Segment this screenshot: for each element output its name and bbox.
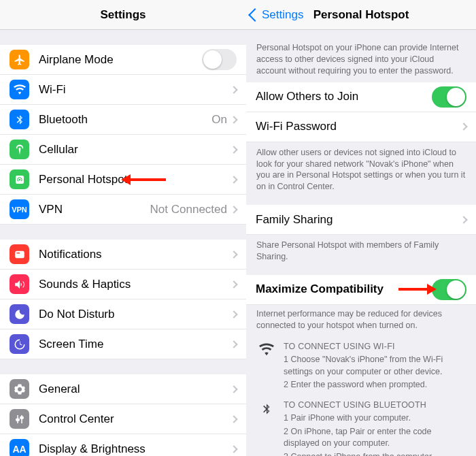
bluetooth-icon <box>256 400 277 456</box>
chevron-right-icon <box>230 280 237 288</box>
settings-row-vpn[interactable]: VPNVPNNot Connected <box>0 195 246 225</box>
row-label: Wi-Fi <box>39 83 231 97</box>
svg-rect-1 <box>16 253 20 254</box>
hotspot-pane: Settings Personal Hotspot Personal Hotsp… <box>246 0 476 456</box>
row-label: Cellular <box>39 143 231 157</box>
chevron-right-icon <box>460 123 467 130</box>
instruction-bluetooth: TO CONNECT USING BLUETOOTH1 Pair iPhone … <box>246 395 476 456</box>
instruction-title: TO CONNECT USING WI-FI <box>284 341 466 353</box>
row-label: Control Center <box>39 412 231 426</box>
airplane-icon <box>10 50 29 69</box>
allow-others-row[interactable]: Allow Others to Join <box>246 82 476 112</box>
row-label: Bluetooth <box>39 113 211 127</box>
svg-rect-0 <box>15 250 24 258</box>
chevron-right-icon <box>230 116 237 123</box>
chevron-right-icon <box>230 250 237 258</box>
chevron-right-icon <box>230 176 237 183</box>
chevron-right-icon <box>230 445 237 453</box>
settings-title: Settings <box>0 8 246 22</box>
row-label: VPN <box>39 203 150 216</box>
instruction-step: 1 Choose "Novak's iPhone" from the Wi-Fi… <box>284 354 466 378</box>
hotspot-icon <box>10 169 29 189</box>
chevron-right-icon <box>230 385 237 393</box>
instruction-step: 3 Connect to iPhone from the computer. <box>284 451 466 456</box>
airplane-switch[interactable] <box>202 49 237 70</box>
settings-row-cellular[interactable]: Cellular <box>0 135 246 165</box>
row-detail: On <box>211 113 227 127</box>
chevron-right-icon <box>230 206 237 213</box>
family-footer: Share Personal Hotspot with members of F… <box>246 235 476 268</box>
settings-row-display[interactable]: AADisplay & Brightness <box>0 434 246 456</box>
settings-row-notifications[interactable]: Notifications <box>0 240 246 270</box>
screentime-icon <box>10 334 29 354</box>
wifi-password-row[interactable]: Wi-Fi Password <box>246 112 476 142</box>
maximize-compat-row[interactable]: Maximize Compatibility <box>246 275 476 305</box>
arrow-annotation-icon <box>398 284 437 295</box>
settings-row-hotspot[interactable]: Personal Hotspot <box>0 165 246 195</box>
hotspot-navbar: Settings Personal Hotspot <box>246 0 476 30</box>
notifications-icon <box>10 244 29 264</box>
chevron-right-icon <box>230 310 237 318</box>
maximize-compat-switch[interactable] <box>432 279 466 300</box>
row-label: General <box>39 382 231 396</box>
bluetooth-icon <box>10 110 29 129</box>
instruction-step: 1 Pair iPhone with your computer. <box>284 412 466 425</box>
row-label: Do Not Disturb <box>39 308 231 321</box>
sounds-icon <box>10 274 29 294</box>
row-label: Sounds & Haptics <box>39 278 231 291</box>
settings-row-bluetooth[interactable]: BluetoothOn <box>0 105 246 135</box>
display-icon: AA <box>10 439 29 456</box>
row-label: Screen Time <box>39 338 231 351</box>
cellular-icon <box>10 140 29 159</box>
allow-others-switch[interactable] <box>432 86 466 108</box>
hotspot-intro: Personal Hotspot on your iPhone can prov… <box>246 30 476 82</box>
row-label: Notifications <box>39 248 231 261</box>
instruction-step: 2 Enter the password when prompted. <box>284 379 466 391</box>
family-sharing-label: Family Sharing <box>256 213 461 227</box>
settings-row-control[interactable]: Control Center <box>0 404 246 434</box>
control-icon <box>10 409 29 429</box>
hotspot-title: Personal Hotspot <box>246 8 476 22</box>
chevron-right-icon <box>230 340 237 348</box>
instruction-title: TO CONNECT USING BLUETOOTH <box>284 400 466 412</box>
settings-pane: Settings Airplane ModeWi-FiBluetoothOnCe… <box>0 0 246 456</box>
instruction-step: 2 On iPhone, tap Pair or enter the code … <box>284 426 466 450</box>
vpn-icon: VPN <box>10 199 29 219</box>
family-sharing-row[interactable]: Family Sharing <box>246 205 476 235</box>
arrow-annotation-icon <box>121 174 166 185</box>
chevron-right-icon <box>230 146 237 153</box>
chevron-right-icon <box>230 86 237 93</box>
general-icon <box>10 379 29 399</box>
settings-row-screentime[interactable]: Screen Time <box>0 329 246 359</box>
row-label: Display & Brightness <box>39 442 231 456</box>
chevron-right-icon <box>460 216 467 223</box>
maxcomp-footer: Internet performance may be reduced for … <box>246 305 476 337</box>
row-detail: Not Connected <box>150 203 227 216</box>
allow-others-label: Allow Others to Join <box>256 90 432 103</box>
settings-row-wifi[interactable]: Wi-Fi <box>0 75 246 105</box>
instruction-wifi: TO CONNECT USING WI-FI1 Choose "Novak's … <box>246 337 476 395</box>
settings-row-general[interactable]: General <box>0 374 246 404</box>
settings-row-airplane[interactable]: Airplane Mode <box>0 45 246 75</box>
row-label: Airplane Mode <box>39 53 202 67</box>
settings-row-sounds[interactable]: Sounds & Haptics <box>0 270 246 299</box>
wifi-password-label: Wi-Fi Password <box>256 120 461 133</box>
settings-row-dnd[interactable]: Do Not Disturb <box>0 299 246 329</box>
allow-footer: Allow other users or devices not signed … <box>246 142 476 199</box>
chevron-right-icon <box>230 415 237 423</box>
wifi-icon <box>256 341 277 393</box>
settings-navbar: Settings <box>0 0 246 30</box>
wifi-icon <box>10 80 29 99</box>
dnd-icon <box>10 304 29 324</box>
